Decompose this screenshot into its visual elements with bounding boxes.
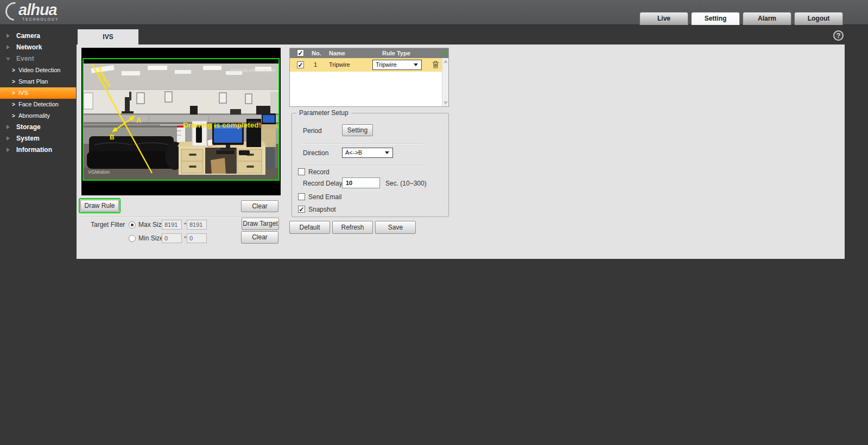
draw-rule-active-outline: Draw Rule xyxy=(79,198,121,213)
logo-text: alhua xyxy=(18,1,57,19)
max-width-input[interactable]: 8191 xyxy=(162,220,182,230)
record-label: Record xyxy=(308,167,330,177)
select-all-checkbox[interactable]: ✓ xyxy=(297,49,304,56)
chevron-right-icon: > xyxy=(12,76,15,87)
sidebar-item-system[interactable]: System xyxy=(0,133,76,144)
draw-rule-button[interactable]: Draw Rule xyxy=(80,200,119,212)
video-timestamp: 2018-06-03 03:20:39 xyxy=(230,68,275,73)
collapsed-arrow-icon xyxy=(7,45,10,49)
direction-a-label: A xyxy=(136,117,141,124)
sidebar-item-smart-plan[interactable]: > Smart Plan xyxy=(0,76,76,87)
divider xyxy=(303,165,422,166)
max-size-radio[interactable] xyxy=(129,221,136,228)
send-email-label: Send Email xyxy=(308,192,341,202)
add-rule-icon[interactable]: + xyxy=(442,48,447,58)
nav-logout-button[interactable]: Logout xyxy=(794,12,843,25)
multiply-sign: * xyxy=(184,233,186,243)
rule-list-scrollbar[interactable] xyxy=(442,58,448,106)
chevron-down-icon xyxy=(385,151,389,154)
dahua-logo: alhua TECHNOLOGY xyxy=(4,1,75,24)
scroll-up-icon[interactable] xyxy=(443,60,448,63)
column-no: No. xyxy=(312,48,321,58)
rule-list: ✓ No. Name Rule Type + ✓ 1 Tripwire Trip… xyxy=(289,48,449,107)
send-email-checkbox[interactable] xyxy=(298,193,305,200)
camera-scene: Tripwire A B Drawing is completed! 2018-… xyxy=(84,59,278,180)
video-preview: Tripwire A B Drawing is completed! 2018-… xyxy=(81,48,281,195)
direction-b-label: B xyxy=(110,134,115,141)
rule-name: Tripwire xyxy=(329,58,350,72)
nav-alarm-button[interactable]: Alarm xyxy=(743,12,791,25)
column-name: Name xyxy=(329,48,345,58)
rule-list-header: ✓ No. Name Rule Type + xyxy=(290,48,448,58)
chevron-right-icon: > xyxy=(12,99,15,110)
sidebar-item-video-detection[interactable]: > Video Detection xyxy=(0,65,76,76)
record-delay-label: Record Delay xyxy=(303,179,343,188)
sidebar-item-information[interactable]: Information xyxy=(0,144,76,156)
save-button[interactable]: Save xyxy=(375,221,416,234)
rule-checkbox[interactable]: ✓ xyxy=(297,61,304,68)
collapsed-arrow-icon xyxy=(7,125,10,129)
ivs-panel: Tripwire A B Drawing is completed! 2018-… xyxy=(77,44,845,259)
period-setting-button[interactable]: Setting xyxy=(342,124,373,136)
clear-target-button[interactable]: Clear xyxy=(241,231,278,244)
rule-row[interactable]: ✓ 1 Tripwire Tripwire xyxy=(290,58,448,72)
sidebar-item-camera[interactable]: Camera xyxy=(0,30,76,42)
draw-target-button[interactable]: Draw Target xyxy=(242,218,279,230)
collapsed-arrow-icon xyxy=(7,34,10,38)
sidebar-item-ivs[interactable]: > IVS xyxy=(0,87,76,99)
content-area: IVS ? xyxy=(77,25,845,259)
chevron-right-icon: > xyxy=(12,87,15,99)
sidebar-item-network[interactable]: Network xyxy=(0,42,76,53)
max-height-input[interactable]: 8191 xyxy=(187,220,207,230)
max-size-label: Max Size xyxy=(138,220,165,230)
tab-ivs[interactable]: IVS xyxy=(78,29,138,44)
target-filter-label: Target Filter xyxy=(91,220,125,230)
chevron-down-icon xyxy=(414,63,418,66)
header-bar: alhua TECHNOLOGY Live Setting Alarm Logo… xyxy=(0,0,868,25)
period-label: Period xyxy=(303,126,322,136)
refresh-button[interactable]: Refresh xyxy=(332,221,373,234)
divider xyxy=(303,143,422,144)
scroll-down-icon[interactable] xyxy=(443,101,448,105)
chevron-right-icon: > xyxy=(12,110,15,122)
default-button[interactable]: Default xyxy=(289,221,330,234)
nav-setting-button[interactable]: Setting xyxy=(691,12,740,25)
clear-rule-button[interactable]: Clear xyxy=(241,200,278,212)
nav-live-button[interactable]: Live xyxy=(639,12,688,25)
sidebar-item-abnormality[interactable]: > Abnormality xyxy=(0,110,76,122)
multiply-sign: * xyxy=(184,220,186,230)
logo-subtext: TECHNOLOGY xyxy=(22,17,59,21)
record-delay-unit: Sec. (10~300) xyxy=(385,179,427,188)
sidebar-item-storage[interactable]: Storage xyxy=(0,122,76,133)
min-size-radio[interactable] xyxy=(129,235,136,242)
min-height-input[interactable]: 0 xyxy=(187,233,207,243)
sidebar-item-event[interactable]: Event xyxy=(0,53,76,65)
snapshot-label: Snapshot xyxy=(308,205,336,214)
top-navigation: Live Setting Alarm Logout xyxy=(639,12,843,25)
collapsed-arrow-icon xyxy=(7,148,10,152)
min-width-input[interactable]: 0 xyxy=(162,233,182,243)
chevron-right-icon: > xyxy=(12,65,15,76)
help-icon[interactable]: ? xyxy=(833,30,844,41)
snapshot-checkbox[interactable]: ✓ xyxy=(298,206,305,213)
video-frame[interactable]: Tripwire A B Drawing is completed! 2018-… xyxy=(83,58,280,181)
min-size-label: Min Size xyxy=(138,233,163,243)
rule-type-select[interactable]: Tripwire xyxy=(372,60,422,70)
collapsed-arrow-icon xyxy=(7,136,10,141)
record-checkbox[interactable] xyxy=(298,168,305,175)
delete-rule-icon[interactable] xyxy=(432,61,439,69)
sidebar: Camera Network Event > Video Detection >… xyxy=(0,25,76,445)
divider xyxy=(81,217,280,217)
direction-label: Direction xyxy=(303,148,328,158)
parameter-setup-group: Parameter Setup Period Setting Direction… xyxy=(292,113,449,217)
expanded-arrow-icon xyxy=(6,58,10,61)
record-delay-input[interactable]: 10 xyxy=(342,177,380,188)
video-watermark: VGMotion xyxy=(88,169,110,175)
drawing-completed-message: Drawing is completed! xyxy=(183,121,261,129)
column-rule-type: Rule Type xyxy=(382,48,410,58)
rule-number: 1 xyxy=(314,58,317,72)
parameter-setup-legend: Parameter Setup xyxy=(296,109,351,117)
direction-select[interactable]: A<->B xyxy=(342,148,393,158)
sidebar-item-face-detection[interactable]: > Face Detection xyxy=(0,99,76,110)
